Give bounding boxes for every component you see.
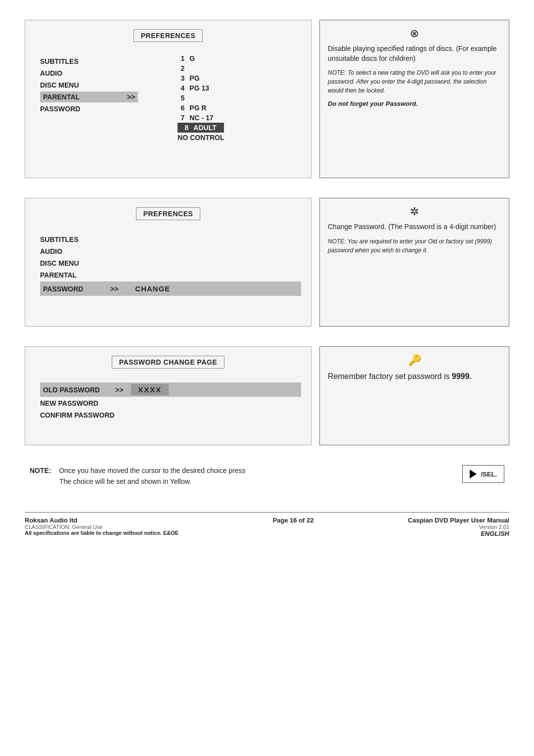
footer-company: Roksan Audio ltd xyxy=(25,517,178,524)
rating-3: 3 PG xyxy=(178,73,224,83)
change-password-icon: ✲ xyxy=(328,205,501,218)
rating-2: 2 xyxy=(178,63,224,73)
section2-change-password: PREFRENCES SUBTITLES AUDIO DISC MENU PAR… xyxy=(25,198,509,327)
old-password-row: OLD PASSWORD >> XXXX xyxy=(40,382,301,397)
rating-4: 4 PG 13 xyxy=(178,83,224,93)
panel1-title: PREFERENCES xyxy=(134,29,203,42)
lock-icon: 🔑 xyxy=(328,354,501,367)
ratings-block: 1 G 2 3 PG 4 PG 13 5 xyxy=(178,53,224,142)
menu2-item-discmenu: DISC MENU xyxy=(40,258,301,269)
section1-parental: PREFERENCES SUBTITLES AUDIO DISC MENU PA… xyxy=(25,20,509,178)
remember-text: Remember factory set password is 9999. xyxy=(328,371,501,382)
prohibition-icon: ⊗ xyxy=(328,27,501,40)
rating-7: 7 NC - 17 xyxy=(178,113,224,123)
menu-item-parental: PARENTAL >> xyxy=(40,92,138,102)
note-line1-text: Once you have moved the cursor to the de… xyxy=(59,467,245,474)
side-title-2: Change Password. (The Password is a 4-di… xyxy=(328,222,501,232)
footer-left: Roksan Audio ltd CLASSIFICATION: General… xyxy=(25,517,178,536)
rating-1: 1 G xyxy=(178,53,224,63)
footer-right: Caspian DVD Player User Manual Version 2… xyxy=(408,517,509,537)
menu-item-discmenu: DISC MENU xyxy=(40,80,138,91)
section3-password-change: PASSWORD CHANGE PAGE OLD PASSWORD >> XXX… xyxy=(25,346,509,445)
menu2-item-subtitles: SUBTITLES xyxy=(40,234,301,245)
note-label: NOTE: xyxy=(30,467,51,474)
menu-item-password: PASSWORD xyxy=(40,103,138,114)
menu-items-1: SUBTITLES AUDIO DISC MENU PARENTAL >> PA… xyxy=(35,56,138,142)
footer-language: ENGLISH xyxy=(408,530,509,537)
password-fields: OLD PASSWORD >> XXXX NEW PASSWORD CONFIR… xyxy=(35,382,301,421)
menu2-item-password: PASSWORD >> CHANGE xyxy=(40,282,301,296)
xxxx-value: XXXX xyxy=(131,384,169,395)
note-line2: The choice will be set and shown in Yell… xyxy=(30,477,191,485)
sel-button[interactable]: /SEL. xyxy=(462,465,504,483)
footer-manual: Caspian DVD Player User Manual xyxy=(408,517,509,524)
footer: Roksan Audio ltd CLASSIFICATION: General… xyxy=(25,512,509,537)
side-title-1: Disable playing specified ratings of dis… xyxy=(328,44,501,63)
menu2-item-parental: PARENTAL xyxy=(40,270,301,281)
side-note-1: NOTE: To select a new rating the DVD wil… xyxy=(328,68,501,95)
menu-items-2: SUBTITLES AUDIO DISC MENU PARENTAL PASSW… xyxy=(35,234,301,296)
side-panel-1: ⊗ Disable playing specified ratings of d… xyxy=(319,20,509,178)
panel3-title: PASSWORD CHANGE PAGE xyxy=(112,356,225,369)
panel2-title: PREFRENCES xyxy=(136,207,201,220)
side-panel-3: 🔑 Remember factory set password is 9999. xyxy=(319,346,509,445)
side-bold-1: Do not forget your Password. xyxy=(328,100,501,107)
sel-text: SEL. xyxy=(483,471,497,478)
note-text: NOTE: Once you have moved the cursor to … xyxy=(30,465,452,487)
rating-8-adult: 8 ADULT xyxy=(178,123,224,133)
side-note-2: NOTE: You are required to enter your Old… xyxy=(328,237,501,255)
footer-version: Version 2.01 xyxy=(408,524,509,530)
change-label: CHANGE xyxy=(126,283,179,294)
footer-specs: All specifications are liable to change … xyxy=(25,530,178,536)
rating-6: 6 PG R xyxy=(178,103,224,113)
menu-item-audio: AUDIO xyxy=(40,68,138,79)
confirm-password-row: CONFIRM PASSWORD xyxy=(40,410,301,421)
new-password-row: NEW PASSWORD xyxy=(40,398,301,409)
panel1-main: PREFERENCES SUBTITLES AUDIO DISC MENU PA… xyxy=(25,20,312,178)
note-line1 xyxy=(53,467,57,474)
footer-classification: CLASSIFICATION: General Use xyxy=(25,524,178,530)
menu2-item-audio: AUDIO xyxy=(40,246,301,257)
panel3-main: PASSWORD CHANGE PAGE OLD PASSWORD >> XXX… xyxy=(25,346,312,445)
footer-page: Page 16 of 22 xyxy=(272,517,313,524)
rating-5: 5 xyxy=(178,93,224,103)
menu-item-subtitles: SUBTITLES xyxy=(40,56,138,67)
play-triangle-icon xyxy=(470,470,477,478)
panel2-main: PREFRENCES SUBTITLES AUDIO DISC MENU PAR… xyxy=(25,198,312,327)
side-panel-2: ✲ Change Password. (The Password is a 4-… xyxy=(319,198,509,327)
no-control: NO CONTROL xyxy=(178,134,224,142)
note-section: NOTE: Once you have moved the cursor to … xyxy=(25,465,509,487)
